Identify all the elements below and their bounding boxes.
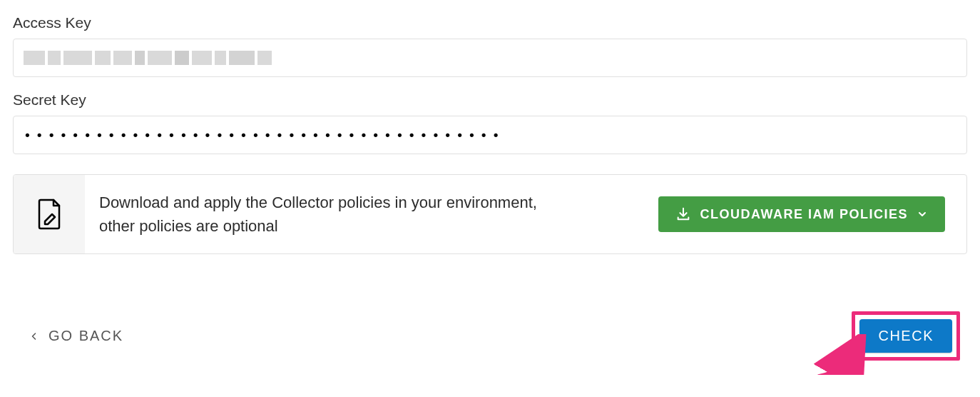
secret-key-label: Secret Key xyxy=(13,91,967,109)
policies-button-label: CLOUDAWARE IAM POLICIES xyxy=(700,207,908,222)
access-key-group: Access Key xyxy=(13,14,967,77)
info-content: Download and apply the Collector policie… xyxy=(85,175,966,253)
download-icon xyxy=(675,206,691,222)
go-back-label: GO BACK xyxy=(49,328,123,344)
secret-key-group: Secret Key xyxy=(13,91,967,154)
info-text: Download and apply the Collector policie… xyxy=(99,191,541,238)
secret-key-input[interactable] xyxy=(13,116,967,154)
access-key-label: Access Key xyxy=(13,14,967,31)
access-key-input[interactable] xyxy=(13,39,967,77)
check-highlight-annotation: CHECK xyxy=(852,311,960,361)
go-back-button[interactable]: GO BACK xyxy=(30,325,123,347)
footer-row: GO BACK CHECK xyxy=(13,311,967,361)
access-key-masked-value xyxy=(24,48,956,68)
policies-info-card: Download and apply the Collector policie… xyxy=(13,174,967,254)
chevron-down-icon xyxy=(917,208,928,220)
document-edit-icon xyxy=(14,175,85,253)
chevron-left-icon xyxy=(30,330,39,343)
check-button[interactable]: CHECK xyxy=(859,319,952,353)
cloudaware-iam-policies-button[interactable]: CLOUDAWARE IAM POLICIES xyxy=(658,196,945,232)
